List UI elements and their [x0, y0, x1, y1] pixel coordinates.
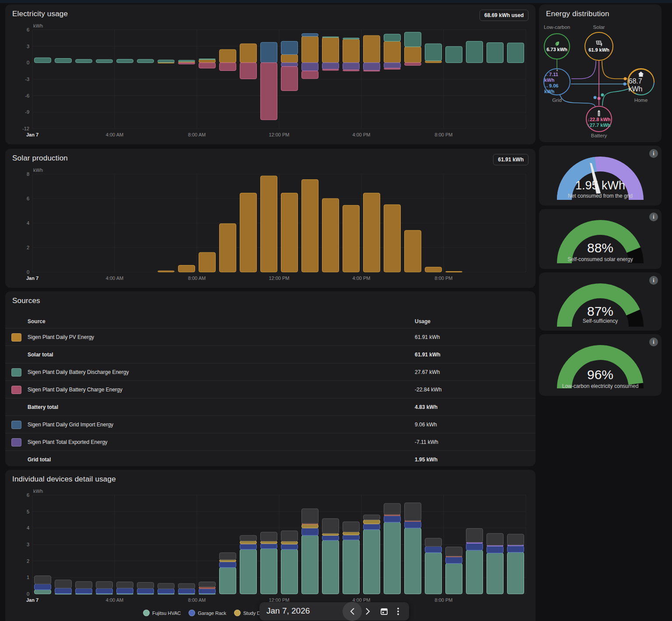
bar-segment[interactable] [446, 46, 462, 63]
electricity-usage-chart[interactable]: 630-3-6-9-12Jan 74:00 AM8:00 AM12:00 PM4… [10, 23, 530, 140]
date-picker-label[interactable]: Jan 7, 2026 [266, 606, 310, 616]
bar-segment[interactable] [384, 34, 401, 41]
bar-segment[interactable] [343, 532, 360, 535]
bar-segment[interactable] [302, 528, 318, 535]
bar-segment[interactable] [55, 580, 72, 588]
bar-segment[interactable] [158, 60, 175, 63]
bar-segment[interactable] [117, 588, 133, 593]
bar-segment[interactable] [55, 588, 72, 593]
bar-segment[interactable] [425, 267, 442, 272]
bar-segment[interactable] [487, 534, 504, 545]
bar-segment[interactable] [446, 563, 462, 594]
bar-segment[interactable] [508, 43, 524, 63]
next-day-button[interactable] [360, 602, 375, 621]
bar-segment[interactable] [35, 58, 51, 63]
info-icon[interactable]: i [649, 213, 658, 221]
bar-segment[interactable] [425, 547, 442, 553]
bar-segment[interactable] [240, 44, 257, 63]
bar-segment[interactable] [178, 60, 195, 62]
bar-segment[interactable] [302, 524, 318, 528]
bar-segment[interactable] [199, 59, 216, 60]
bar-segment[interactable] [405, 63, 421, 65]
bar-segment[interactable] [96, 582, 113, 589]
bar-segment[interactable] [199, 587, 216, 589]
bar-segment[interactable] [261, 541, 277, 544]
bar-segment[interactable] [220, 553, 236, 560]
bar-segment[interactable] [405, 47, 421, 63]
bar-segment[interactable] [322, 69, 339, 70]
bar-segment[interactable] [76, 582, 92, 589]
bar-segment[interactable] [343, 38, 360, 39]
bar-segment[interactable] [178, 583, 195, 589]
bar-segment[interactable] [302, 63, 318, 71]
bar-segment[interactable] [322, 534, 339, 536]
bar-segment[interactable] [364, 63, 380, 70]
bar-segment[interactable] [35, 590, 51, 594]
bar-segment[interactable] [343, 63, 360, 70]
bar-segment[interactable] [364, 515, 380, 520]
bar-segment[interactable] [199, 252, 216, 272]
bar-segment[interactable] [322, 37, 339, 38]
bar-segment[interactable] [425, 44, 442, 61]
bar-segment[interactable] [322, 63, 339, 69]
bar-segment[interactable] [446, 557, 462, 563]
bar-segment[interactable] [261, 544, 277, 548]
bar-segment[interactable] [364, 70, 380, 71]
bar-segment[interactable] [281, 531, 298, 541]
bar-segment[interactable] [302, 180, 318, 272]
bar-segment[interactable] [199, 582, 216, 587]
bar-segment[interactable] [384, 522, 401, 594]
bar-segment[interactable] [487, 553, 504, 594]
bar-segment[interactable] [220, 223, 236, 272]
bar-segment[interactable] [466, 528, 483, 542]
bar-segment[interactable] [384, 516, 401, 522]
bar-segment[interactable] [508, 546, 524, 552]
bar-segment[interactable] [343, 205, 360, 272]
bar-segment[interactable] [261, 42, 277, 63]
info-icon[interactable]: i [649, 149, 658, 158]
bar-segment[interactable] [364, 524, 380, 530]
bar-segment[interactable] [302, 535, 318, 594]
bar-segment[interactable] [343, 535, 360, 540]
bar-segment[interactable] [158, 589, 175, 593]
bar-segment[interactable] [508, 552, 524, 594]
bar-segment[interactable] [76, 59, 92, 63]
bar-segment[interactable] [117, 582, 133, 588]
bar-segment[interactable] [302, 36, 318, 63]
bar-segment[interactable] [261, 63, 277, 120]
bar-segment[interactable] [425, 538, 442, 547]
bar-segment[interactable] [55, 59, 72, 63]
bar-segment[interactable] [240, 549, 257, 594]
devices-usage-chart[interactable]: 6543210Jan 74:00 AM8:00 AM12:00 PM4:00 P… [10, 488, 530, 605]
bar-segment[interactable] [137, 589, 154, 594]
bar-segment[interactable] [322, 38, 339, 63]
bar-segment[interactable] [158, 271, 175, 272]
bar-segment[interactable] [220, 560, 236, 562]
bar-segment[interactable] [405, 528, 421, 594]
bar-segment[interactable] [158, 583, 175, 589]
bar-segment[interactable] [466, 550, 483, 594]
bar-segment[interactable] [281, 41, 298, 54]
bar-segment[interactable] [384, 63, 401, 68]
bar-segment[interactable] [281, 63, 298, 66]
bar-segment[interactable] [405, 503, 421, 521]
bar-segment[interactable] [322, 541, 339, 594]
bar-segment[interactable] [35, 584, 51, 590]
bar-segment[interactable] [384, 68, 401, 70]
bar-segment[interactable] [96, 589, 113, 594]
bar-segment[interactable] [281, 541, 298, 544]
bar-segment[interactable] [322, 199, 339, 272]
info-icon[interactable]: i [649, 338, 658, 346]
bar-segment[interactable] [508, 534, 524, 545]
bar-segment[interactable] [240, 535, 257, 541]
bar-segment[interactable] [281, 549, 298, 594]
bar-segment[interactable] [322, 535, 339, 540]
bar-segment[interactable] [446, 272, 462, 272]
bar-segment[interactable] [137, 583, 154, 589]
bar-segment[interactable] [425, 553, 442, 594]
bar-segment[interactable] [199, 589, 216, 593]
legend-item[interactable]: Fujitsu HVAC [143, 610, 181, 616]
bar-segment[interactable] [343, 522, 360, 532]
bar-segment[interactable] [281, 544, 298, 549]
more-options-button[interactable] [391, 602, 406, 621]
